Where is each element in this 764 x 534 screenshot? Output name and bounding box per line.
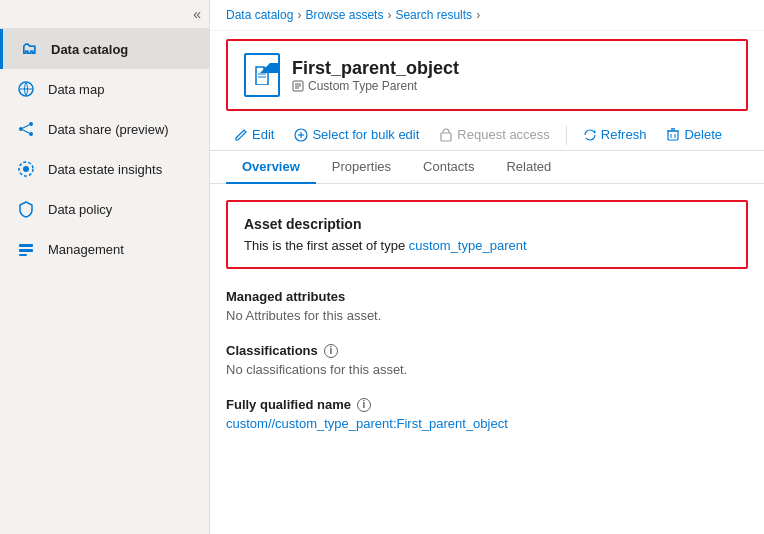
description-title: Asset description [244,216,730,232]
sidebar-collapse-button[interactable]: « [193,6,201,22]
sidebar-item-label: Data share (preview) [48,122,169,137]
toolbar-separator [566,125,567,145]
managed-attributes-empty: No Attributes for this asset. [226,308,748,323]
svg-rect-21 [668,131,678,140]
svg-rect-9 [19,249,33,252]
svg-rect-8 [19,244,33,247]
classifications-section: Classifications i No classifications for… [226,343,748,377]
tab-contacts[interactable]: Contacts [407,151,490,184]
data-share-icon [16,119,36,139]
svg-point-6 [23,166,29,172]
main-content: Data catalog › Browse assets › Search re… [210,0,764,534]
request-access-button[interactable]: Request access [431,123,558,146]
asset-file-icon [244,53,280,97]
sidebar-item-management[interactable]: Management [0,229,209,269]
bulk-edit-button[interactable]: Select for bulk edit [286,123,427,146]
tab-related[interactable]: Related [490,151,567,184]
refresh-button[interactable]: Refresh [575,123,655,146]
sidebar-item-label: Data estate insights [48,162,162,177]
svg-point-3 [19,127,23,131]
data-catalog-icon: 🗂 [19,39,39,59]
fully-qualified-name-value: custom//custom_type_parent:First_parent_… [226,416,748,431]
sidebar-item-label: Data catalog [51,42,128,57]
description-link: custom_type_parent [409,238,527,253]
sidebar-item-label: Management [48,242,124,257]
sidebar-item-data-map[interactable]: Data map [0,69,209,109]
sidebar-collapse-area: « [0,0,209,29]
classifications-title: Classifications i [226,343,748,358]
sidebar-item-label: Data policy [48,202,112,217]
content-area: Asset description This is the first asse… [210,184,764,534]
asset-type: Custom Type Parent [292,79,459,93]
svg-line-4 [23,125,29,128]
sidebar-item-data-catalog[interactable]: 🗂 Data catalog [0,29,209,69]
sidebar-item-label: Data map [48,82,104,97]
breadcrumb: Data catalog › Browse assets › Search re… [210,0,764,31]
tab-overview[interactable]: Overview [226,151,316,184]
asset-title-block: First_parent_object Custom Type Parent [292,58,459,93]
data-estate-icon [16,159,36,179]
breadcrumb-sep-2: › [387,8,391,22]
breadcrumb-search-results[interactable]: Search results [395,8,472,22]
classifications-info-icon: i [324,344,338,358]
svg-rect-20 [441,133,451,141]
sidebar-item-data-share[interactable]: Data share (preview) [0,109,209,149]
fully-qualified-name-title: Fully qualified name i [226,397,748,412]
sidebar: « 🗂 Data catalog Data map Data share (pr… [0,0,210,534]
fully-qualified-name-section: Fully qualified name i custom//custom_ty… [226,397,748,431]
tab-properties[interactable]: Properties [316,151,407,184]
delete-button[interactable]: Delete [658,123,730,146]
svg-rect-10 [19,254,27,256]
breadcrumb-sep-3: › [476,8,480,22]
breadcrumb-data-catalog[interactable]: Data catalog [226,8,293,22]
managed-attributes-title: Managed attributes [226,289,748,304]
toolbar: Edit Select for bulk edit Request access… [210,119,764,151]
asset-description-box: Asset description This is the first asse… [226,200,748,269]
sidebar-item-data-estate[interactable]: Data estate insights [0,149,209,189]
fully-qualified-name-info-icon: i [357,398,371,412]
asset-header: First_parent_object Custom Type Parent [226,39,748,111]
sidebar-item-data-policy[interactable]: Data policy [0,189,209,229]
svg-point-1 [29,122,33,126]
classifications-empty: No classifications for this asset. [226,362,748,377]
breadcrumb-sep-1: › [297,8,301,22]
description-text: This is the first asset of type custom_t… [244,238,730,253]
breadcrumb-browse-assets[interactable]: Browse assets [305,8,383,22]
data-map-icon [16,79,36,99]
description-text-before: This is the first asset of type [244,238,409,253]
management-icon [16,239,36,259]
svg-line-5 [23,130,29,133]
tabs: Overview Properties Contacts Related [210,151,764,184]
svg-point-2 [29,132,33,136]
data-policy-icon [16,199,36,219]
edit-button[interactable]: Edit [226,123,282,146]
asset-name: First_parent_object [292,58,459,79]
managed-attributes-section: Managed attributes No Attributes for thi… [226,289,748,323]
